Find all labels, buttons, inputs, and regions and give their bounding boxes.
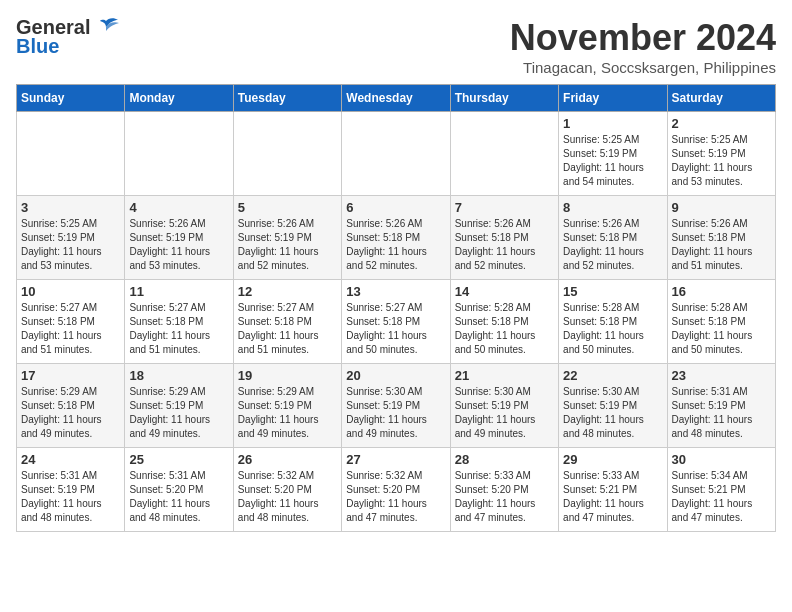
calendar-cell: 27Sunrise: 5:32 AM Sunset: 5:20 PM Dayli… — [342, 448, 450, 532]
calendar-cell: 24Sunrise: 5:31 AM Sunset: 5:19 PM Dayli… — [17, 448, 125, 532]
day-info: Sunrise: 5:32 AM Sunset: 5:20 PM Dayligh… — [238, 469, 337, 525]
day-number: 24 — [21, 452, 120, 467]
day-info: Sunrise: 5:26 AM Sunset: 5:18 PM Dayligh… — [672, 217, 771, 273]
day-number: 27 — [346, 452, 445, 467]
calendar-cell: 5Sunrise: 5:26 AM Sunset: 5:19 PM Daylig… — [233, 196, 341, 280]
day-number: 4 — [129, 200, 228, 215]
calendar-cell: 21Sunrise: 5:30 AM Sunset: 5:19 PM Dayli… — [450, 364, 558, 448]
calendar-cell: 11Sunrise: 5:27 AM Sunset: 5:18 PM Dayli… — [125, 280, 233, 364]
day-info: Sunrise: 5:27 AM Sunset: 5:18 PM Dayligh… — [21, 301, 120, 357]
location: Tinagacan, Soccsksargen, Philippines — [510, 59, 776, 76]
day-number: 9 — [672, 200, 771, 215]
day-number: 15 — [563, 284, 662, 299]
calendar-cell — [233, 112, 341, 196]
day-info: Sunrise: 5:25 AM Sunset: 5:19 PM Dayligh… — [672, 133, 771, 189]
calendar-cell: 12Sunrise: 5:27 AM Sunset: 5:18 PM Dayli… — [233, 280, 341, 364]
day-info: Sunrise: 5:29 AM Sunset: 5:19 PM Dayligh… — [238, 385, 337, 441]
calendar-cell: 15Sunrise: 5:28 AM Sunset: 5:18 PM Dayli… — [559, 280, 667, 364]
day-info: Sunrise: 5:25 AM Sunset: 5:19 PM Dayligh… — [21, 217, 120, 273]
day-info: Sunrise: 5:29 AM Sunset: 5:19 PM Dayligh… — [129, 385, 228, 441]
day-number: 28 — [455, 452, 554, 467]
calendar-cell: 1Sunrise: 5:25 AM Sunset: 5:19 PM Daylig… — [559, 112, 667, 196]
day-number: 10 — [21, 284, 120, 299]
day-number: 11 — [129, 284, 228, 299]
day-header-monday: Monday — [125, 85, 233, 112]
calendar-cell: 6Sunrise: 5:26 AM Sunset: 5:18 PM Daylig… — [342, 196, 450, 280]
day-number: 13 — [346, 284, 445, 299]
day-number: 18 — [129, 368, 228, 383]
calendar-cell: 29Sunrise: 5:33 AM Sunset: 5:21 PM Dayli… — [559, 448, 667, 532]
day-number: 14 — [455, 284, 554, 299]
calendar-week-row: 10Sunrise: 5:27 AM Sunset: 5:18 PM Dayli… — [17, 280, 776, 364]
calendar-cell — [342, 112, 450, 196]
calendar-cell: 10Sunrise: 5:27 AM Sunset: 5:18 PM Dayli… — [17, 280, 125, 364]
day-number: 6 — [346, 200, 445, 215]
day-info: Sunrise: 5:30 AM Sunset: 5:19 PM Dayligh… — [346, 385, 445, 441]
day-header-friday: Friday — [559, 85, 667, 112]
day-number: 22 — [563, 368, 662, 383]
calendar-cell: 19Sunrise: 5:29 AM Sunset: 5:19 PM Dayli… — [233, 364, 341, 448]
day-info: Sunrise: 5:28 AM Sunset: 5:18 PM Dayligh… — [672, 301, 771, 357]
page-header: General Blue November 2024 Tinagacan, So… — [16, 16, 776, 76]
calendar-cell: 16Sunrise: 5:28 AM Sunset: 5:18 PM Dayli… — [667, 280, 775, 364]
day-number: 17 — [21, 368, 120, 383]
day-number: 19 — [238, 368, 337, 383]
day-info: Sunrise: 5:30 AM Sunset: 5:19 PM Dayligh… — [455, 385, 554, 441]
calendar-cell: 14Sunrise: 5:28 AM Sunset: 5:18 PM Dayli… — [450, 280, 558, 364]
day-header-tuesday: Tuesday — [233, 85, 341, 112]
day-number: 21 — [455, 368, 554, 383]
calendar-cell: 2Sunrise: 5:25 AM Sunset: 5:19 PM Daylig… — [667, 112, 775, 196]
day-number: 7 — [455, 200, 554, 215]
day-info: Sunrise: 5:26 AM Sunset: 5:19 PM Dayligh… — [238, 217, 337, 273]
day-number: 26 — [238, 452, 337, 467]
calendar-cell: 7Sunrise: 5:26 AM Sunset: 5:18 PM Daylig… — [450, 196, 558, 280]
day-info: Sunrise: 5:28 AM Sunset: 5:18 PM Dayligh… — [455, 301, 554, 357]
day-info: Sunrise: 5:33 AM Sunset: 5:20 PM Dayligh… — [455, 469, 554, 525]
day-info: Sunrise: 5:27 AM Sunset: 5:18 PM Dayligh… — [346, 301, 445, 357]
calendar-cell: 17Sunrise: 5:29 AM Sunset: 5:18 PM Dayli… — [17, 364, 125, 448]
calendar-cell: 22Sunrise: 5:30 AM Sunset: 5:19 PM Dayli… — [559, 364, 667, 448]
day-number: 1 — [563, 116, 662, 131]
day-number: 3 — [21, 200, 120, 215]
day-info: Sunrise: 5:30 AM Sunset: 5:19 PM Dayligh… — [563, 385, 662, 441]
day-number: 2 — [672, 116, 771, 131]
day-info: Sunrise: 5:31 AM Sunset: 5:20 PM Dayligh… — [129, 469, 228, 525]
calendar-cell: 9Sunrise: 5:26 AM Sunset: 5:18 PM Daylig… — [667, 196, 775, 280]
day-info: Sunrise: 5:28 AM Sunset: 5:18 PM Dayligh… — [563, 301, 662, 357]
month-title: November 2024 — [510, 16, 776, 59]
calendar-cell: 13Sunrise: 5:27 AM Sunset: 5:18 PM Dayli… — [342, 280, 450, 364]
logo: General Blue — [16, 16, 120, 58]
calendar-cell — [450, 112, 558, 196]
calendar-week-row: 17Sunrise: 5:29 AM Sunset: 5:18 PM Dayli… — [17, 364, 776, 448]
day-info: Sunrise: 5:31 AM Sunset: 5:19 PM Dayligh… — [672, 385, 771, 441]
day-number: 5 — [238, 200, 337, 215]
calendar-cell: 23Sunrise: 5:31 AM Sunset: 5:19 PM Dayli… — [667, 364, 775, 448]
calendar-week-row: 1Sunrise: 5:25 AM Sunset: 5:19 PM Daylig… — [17, 112, 776, 196]
day-number: 29 — [563, 452, 662, 467]
day-header-saturday: Saturday — [667, 85, 775, 112]
calendar-header-row: SundayMondayTuesdayWednesdayThursdayFrid… — [17, 85, 776, 112]
calendar-cell: 25Sunrise: 5:31 AM Sunset: 5:20 PM Dayli… — [125, 448, 233, 532]
calendar-cell — [125, 112, 233, 196]
calendar-cell: 20Sunrise: 5:30 AM Sunset: 5:19 PM Dayli… — [342, 364, 450, 448]
calendar-body: 1Sunrise: 5:25 AM Sunset: 5:19 PM Daylig… — [17, 112, 776, 532]
day-number: 23 — [672, 368, 771, 383]
logo-bird-icon — [92, 17, 120, 39]
day-info: Sunrise: 5:33 AM Sunset: 5:21 PM Dayligh… — [563, 469, 662, 525]
day-info: Sunrise: 5:32 AM Sunset: 5:20 PM Dayligh… — [346, 469, 445, 525]
day-info: Sunrise: 5:27 AM Sunset: 5:18 PM Dayligh… — [129, 301, 228, 357]
calendar-cell: 18Sunrise: 5:29 AM Sunset: 5:19 PM Dayli… — [125, 364, 233, 448]
day-header-sunday: Sunday — [17, 85, 125, 112]
day-info: Sunrise: 5:26 AM Sunset: 5:18 PM Dayligh… — [455, 217, 554, 273]
day-info: Sunrise: 5:26 AM Sunset: 5:19 PM Dayligh… — [129, 217, 228, 273]
calendar-week-row: 3Sunrise: 5:25 AM Sunset: 5:19 PM Daylig… — [17, 196, 776, 280]
day-info: Sunrise: 5:26 AM Sunset: 5:18 PM Dayligh… — [346, 217, 445, 273]
day-number: 30 — [672, 452, 771, 467]
calendar-cell: 4Sunrise: 5:26 AM Sunset: 5:19 PM Daylig… — [125, 196, 233, 280]
calendar-cell: 8Sunrise: 5:26 AM Sunset: 5:18 PM Daylig… — [559, 196, 667, 280]
day-number: 25 — [129, 452, 228, 467]
day-number: 12 — [238, 284, 337, 299]
day-number: 20 — [346, 368, 445, 383]
calendar-week-row: 24Sunrise: 5:31 AM Sunset: 5:19 PM Dayli… — [17, 448, 776, 532]
calendar-cell: 30Sunrise: 5:34 AM Sunset: 5:21 PM Dayli… — [667, 448, 775, 532]
